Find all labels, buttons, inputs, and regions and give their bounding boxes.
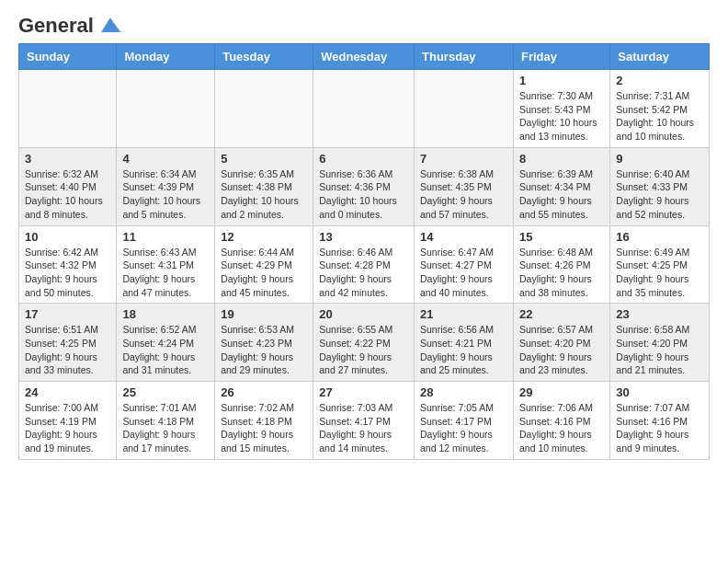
day-info: Sunrise: 6:58 AM Sunset: 4:20 PM Dayligh…: [616, 323, 703, 377]
day-info: Sunrise: 6:42 AM Sunset: 4:32 PM Dayligh…: [25, 246, 110, 300]
page: General SundayMondayTuesdayWednesdayThur…: [0, 0, 728, 474]
calendar-cell: 8Sunrise: 6:39 AM Sunset: 4:34 PM Daylig…: [513, 147, 609, 225]
day-info: Sunrise: 6:49 AM Sunset: 4:25 PM Dayligh…: [616, 246, 703, 300]
week-row-0: 1Sunrise: 7:30 AM Sunset: 5:43 PM Daylig…: [19, 70, 710, 148]
calendar-cell: 5Sunrise: 6:35 AM Sunset: 4:38 PM Daylig…: [215, 147, 313, 225]
day-info: Sunrise: 6:57 AM Sunset: 4:20 PM Dayligh…: [519, 323, 604, 377]
day-number: 4: [122, 152, 209, 166]
day-number: 2: [616, 74, 703, 87]
day-number: 7: [420, 152, 507, 166]
calendar-cell: [117, 70, 215, 148]
day-info: Sunrise: 7:00 AM Sunset: 4:19 PM Dayligh…: [25, 401, 110, 455]
day-number: 12: [221, 230, 307, 244]
day-info: Sunrise: 6:39 AM Sunset: 4:34 PM Dayligh…: [519, 167, 604, 222]
day-info: Sunrise: 6:34 AM Sunset: 4:39 PM Dayligh…: [122, 167, 209, 222]
calendar-cell: 16Sunrise: 6:49 AM Sunset: 4:25 PM Dayli…: [610, 225, 710, 304]
day-number: 6: [319, 152, 408, 166]
day-info: Sunrise: 6:32 AM Sunset: 4:40 PM Dayligh…: [25, 167, 110, 222]
day-number: 3: [25, 152, 110, 166]
day-number: 23: [616, 307, 703, 321]
calendar-cell: [415, 70, 514, 148]
calendar-cell: 2Sunrise: 7:31 AM Sunset: 5:42 PM Daylig…: [610, 70, 710, 148]
week-row-1: 3Sunrise: 6:32 AM Sunset: 4:40 PM Daylig…: [19, 147, 710, 225]
calendar-cell: 12Sunrise: 6:44 AM Sunset: 4:29 PM Dayli…: [215, 225, 313, 304]
day-info: Sunrise: 6:40 AM Sunset: 4:33 PM Dayligh…: [616, 167, 703, 222]
logo-general: General: [18, 14, 94, 38]
day-number: 27: [319, 385, 408, 399]
week-row-3: 17Sunrise: 6:51 AM Sunset: 4:25 PM Dayli…: [19, 304, 710, 382]
day-number: 15: [519, 230, 604, 244]
calendar-cell: 29Sunrise: 7:06 AM Sunset: 4:16 PM Dayli…: [513, 382, 609, 460]
day-info: Sunrise: 6:43 AM Sunset: 4:31 PM Dayligh…: [122, 246, 209, 300]
day-number: 9: [616, 152, 703, 166]
calendar-cell: 28Sunrise: 7:05 AM Sunset: 4:17 PM Dayli…: [415, 382, 514, 460]
calendar-cell: [19, 70, 117, 148]
day-info: Sunrise: 7:30 AM Sunset: 5:43 PM Dayligh…: [519, 89, 604, 144]
day-info: Sunrise: 6:53 AM Sunset: 4:23 PM Dayligh…: [221, 323, 307, 377]
day-number: 22: [519, 307, 604, 321]
calendar-cell: 25Sunrise: 7:01 AM Sunset: 4:18 PM Dayli…: [117, 382, 215, 460]
day-number: 21: [420, 307, 507, 321]
day-info: Sunrise: 6:51 AM Sunset: 4:25 PM Dayligh…: [25, 323, 110, 377]
day-info: Sunrise: 6:38 AM Sunset: 4:35 PM Dayligh…: [420, 167, 507, 222]
day-info: Sunrise: 6:36 AM Sunset: 4:36 PM Dayligh…: [319, 167, 408, 222]
logo: General: [18, 14, 123, 34]
day-number: 24: [25, 385, 110, 399]
day-info: Sunrise: 6:35 AM Sunset: 4:38 PM Dayligh…: [221, 167, 307, 222]
calendar-cell: [215, 70, 313, 148]
weekday-header-friday: Friday: [513, 44, 609, 70]
day-number: 30: [616, 385, 703, 399]
day-info: Sunrise: 6:44 AM Sunset: 4:29 PM Dayligh…: [221, 246, 307, 300]
day-number: 14: [420, 230, 507, 244]
calendar-cell: 17Sunrise: 6:51 AM Sunset: 4:25 PM Dayli…: [19, 304, 117, 382]
day-info: Sunrise: 7:06 AM Sunset: 4:16 PM Dayligh…: [519, 401, 604, 455]
day-number: 26: [221, 385, 307, 399]
day-info: Sunrise: 6:48 AM Sunset: 4:26 PM Dayligh…: [519, 246, 604, 300]
calendar-cell: 18Sunrise: 6:52 AM Sunset: 4:24 PM Dayli…: [117, 304, 215, 382]
day-number: 19: [221, 307, 307, 321]
week-row-4: 24Sunrise: 7:00 AM Sunset: 4:19 PM Dayli…: [19, 382, 710, 460]
day-info: Sunrise: 6:55 AM Sunset: 4:22 PM Dayligh…: [319, 323, 408, 377]
weekday-header-saturday: Saturday: [610, 44, 710, 70]
day-number: 25: [122, 385, 209, 399]
logo-icon: [97, 16, 123, 36]
calendar-cell: 10Sunrise: 6:42 AM Sunset: 4:32 PM Dayli…: [19, 225, 117, 304]
day-info: Sunrise: 7:31 AM Sunset: 5:42 PM Dayligh…: [616, 89, 703, 144]
calendar: SundayMondayTuesdayWednesdayThursdayFrid…: [18, 43, 710, 460]
calendar-cell: 14Sunrise: 6:47 AM Sunset: 4:27 PM Dayli…: [415, 225, 514, 304]
day-info: Sunrise: 6:46 AM Sunset: 4:28 PM Dayligh…: [319, 246, 408, 300]
weekday-header-thursday: Thursday: [415, 44, 514, 70]
calendar-cell: 7Sunrise: 6:38 AM Sunset: 4:35 PM Daylig…: [415, 147, 514, 225]
calendar-cell: 23Sunrise: 6:58 AM Sunset: 4:20 PM Dayli…: [610, 304, 710, 382]
day-number: 11: [122, 230, 209, 244]
weekday-header-wednesday: Wednesday: [313, 44, 415, 70]
calendar-cell: 13Sunrise: 6:46 AM Sunset: 4:28 PM Dayli…: [313, 225, 415, 304]
header-area: General: [18, 14, 710, 34]
day-number: 20: [319, 307, 408, 321]
calendar-cell: [313, 70, 415, 148]
calendar-cell: 22Sunrise: 6:57 AM Sunset: 4:20 PM Dayli…: [513, 304, 609, 382]
day-info: Sunrise: 6:56 AM Sunset: 4:21 PM Dayligh…: [420, 323, 507, 377]
day-number: 29: [519, 385, 604, 399]
calendar-cell: 3Sunrise: 6:32 AM Sunset: 4:40 PM Daylig…: [19, 147, 117, 225]
day-number: 17: [25, 307, 110, 321]
calendar-cell: 20Sunrise: 6:55 AM Sunset: 4:22 PM Dayli…: [313, 304, 415, 382]
day-info: Sunrise: 7:03 AM Sunset: 4:17 PM Dayligh…: [319, 401, 408, 455]
day-number: 18: [122, 307, 209, 321]
day-number: 1: [519, 74, 604, 87]
calendar-cell: 27Sunrise: 7:03 AM Sunset: 4:17 PM Dayli…: [313, 382, 415, 460]
calendar-cell: 19Sunrise: 6:53 AM Sunset: 4:23 PM Dayli…: [215, 304, 313, 382]
day-info: Sunrise: 7:07 AM Sunset: 4:16 PM Dayligh…: [616, 401, 703, 455]
calendar-cell: 26Sunrise: 7:02 AM Sunset: 4:18 PM Dayli…: [215, 382, 313, 460]
day-info: Sunrise: 6:52 AM Sunset: 4:24 PM Dayligh…: [122, 323, 209, 377]
week-row-2: 10Sunrise: 6:42 AM Sunset: 4:32 PM Dayli…: [19, 225, 710, 304]
calendar-cell: 9Sunrise: 6:40 AM Sunset: 4:33 PM Daylig…: [610, 147, 710, 225]
day-number: 8: [519, 152, 604, 166]
weekday-header-monday: Monday: [117, 44, 215, 70]
weekday-header-row: SundayMondayTuesdayWednesdayThursdayFrid…: [19, 44, 710, 70]
day-number: 5: [221, 152, 307, 166]
day-number: 10: [25, 230, 110, 244]
day-info: Sunrise: 7:01 AM Sunset: 4:18 PM Dayligh…: [122, 401, 209, 455]
day-number: 28: [420, 385, 507, 399]
calendar-cell: 24Sunrise: 7:00 AM Sunset: 4:19 PM Dayli…: [19, 382, 117, 460]
